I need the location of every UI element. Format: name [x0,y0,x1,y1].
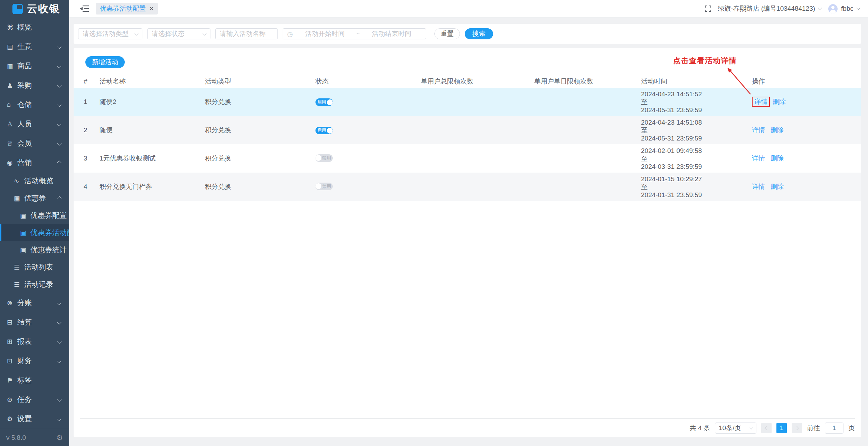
status-toggle[interactable]: 启用 [315,98,333,106]
sidebar-item-business[interactable]: ▤生意 [0,37,69,56]
sidebar-item-label: 人员 [17,119,58,129]
sidebar-item-settings[interactable]: ⚙设置 [0,409,69,428]
sidebar-item-label: 采购 [17,80,58,90]
detail-link[interactable]: 详情 [752,155,765,162]
status-toggle[interactable]: 禁用 [315,154,333,162]
status-cell: 禁用 [315,173,421,201]
column-header: 单用户总限领次数 [421,75,534,88]
status-toggle[interactable]: 启用 [315,127,333,134]
marketing-icon: ◉ [7,159,17,167]
user-menu[interactable]: fbbc [841,5,853,12]
column-header: 状态 [315,75,421,88]
row-seq: 4 [74,173,100,201]
search-button[interactable]: 搜索 [465,28,493,39]
sidebar-item-goods[interactable]: ▥商品 [0,56,69,76]
sidebar-item-reports[interactable]: ⊞报表 [0,332,69,351]
goods-icon: ▥ [7,62,17,70]
activity-time: 2024-01-15 10:29:27至2024-01-31 23:59:59 [641,173,752,201]
total-limit-cell [421,116,534,144]
actions-cell: 详情删除 [752,173,861,201]
sidebar-item-member[interactable]: ♕会员 [0,134,69,153]
settings-icon: ⚙ [7,415,17,423]
activity-type-select[interactable]: 请选择活动类型 [78,28,142,39]
app-root: 云收银 ⌘概览▤生意▥商品♟采购⌂仓储♙人员♕会员◉营销∿活动概览▣优惠券▣优惠… [0,0,868,446]
detail-link[interactable]: 详情 [752,126,765,134]
page-size-select[interactable]: 10条/页 [715,423,756,434]
goto-page-input[interactable] [825,423,843,434]
select-placeholder: 请选择状态 [152,29,185,38]
chevron-down-icon [57,320,62,324]
sidebar-item-label: 生意 [17,42,58,51]
sidebar-item-label: 分账 [17,298,58,308]
column-header: 活动名称 [100,75,205,88]
sidebar-item-activity-records[interactable]: ☰活动记录 [0,276,69,293]
sidebar-item-purchase[interactable]: ♟采购 [0,76,69,95]
split-account-icon: ⊜ [7,299,17,307]
date-range-picker[interactable]: ◷ 活动开始时间 ~ 活动结束时间 [283,28,426,39]
detail-link[interactable]: 详情 [752,183,765,190]
goto-label: 前往 [807,424,820,433]
delete-link[interactable]: 删除 [773,98,786,105]
settlement-icon: ⊟ [7,318,17,326]
next-page-button[interactable] [792,423,802,433]
actions-cell: 详情删除 [752,144,861,173]
close-icon[interactable]: × [149,5,154,12]
sidebar-item-split-account[interactable]: ⊜分账 [0,293,69,312]
avatar[interactable] [828,4,838,13]
tab-coupon-activity-config[interactable]: 优惠券活动配置 × [96,3,158,14]
activity-name-field[interactable] [220,30,273,38]
sidebar-item-coupon-config[interactable]: ▣优惠券配置 [0,207,69,224]
personnel-icon: ♙ [7,120,17,128]
coupon-icon: ▣ [14,194,24,202]
sidebar-item-tags[interactable]: ⚑标签 [0,370,69,390]
activity-list-icon: ☰ [14,263,24,271]
date-start-placeholder: 活动开始时间 [295,29,355,38]
chevron-down-icon [57,122,62,126]
delete-link[interactable]: 删除 [771,155,784,162]
logo-text: 云收银 [27,2,60,16]
sidebar-item-finance[interactable]: ⊡财务 [0,351,69,370]
collapse-sidebar-icon[interactable] [79,4,89,13]
status-cell: 启用 [315,116,421,144]
chevron-down-icon [57,83,62,88]
chevron-down-icon [750,426,753,429]
sidebar-item-activity-list[interactable]: ☰活动列表 [0,259,69,276]
sidebar-item-warehouse[interactable]: ⌂仓储 [0,95,69,114]
table-row: 4积分兑换无门栏券积分兑换禁用2024-01-15 10:29:27至2024-… [74,173,861,201]
status-cell: 禁用 [315,144,421,173]
chevron-down-icon [57,45,62,49]
sidebar-item-coupon-stats[interactable]: ▣优惠券统计 [0,241,69,259]
page-number-button[interactable]: 1 [776,423,787,433]
table-row: 31元优惠券收银测试积分兑换禁用2024-02-01 09:49:58至2024… [74,144,861,173]
status-select[interactable]: 请选择状态 [147,28,210,39]
sidebar-item-personnel[interactable]: ♙人员 [0,114,69,134]
sidebar-item-label: 结算 [17,317,58,327]
sidebar-item-activity-overview[interactable]: ∿活动概览 [0,172,69,190]
row-seq: 2 [74,116,100,144]
delete-link[interactable]: 删除 [771,126,784,134]
sidebar-item-marketing[interactable]: ◉营销 [0,153,69,172]
sidebar-item-overview[interactable]: ⌘概览 [0,18,69,37]
sidebar-item-coupon[interactable]: ▣优惠券 [0,190,69,207]
sidebar-item-settlement[interactable]: ⊟结算 [0,312,69,332]
prev-page-button[interactable] [761,423,772,433]
sidebar-item-coupon-activity-config[interactable]: ▣优惠券活动配置 [0,224,69,241]
annotation-text: 点击查看活动详情 [673,56,737,66]
status-toggle[interactable]: 禁用 [315,183,333,190]
delete-link[interactable]: 删除 [771,183,784,190]
fullscreen-icon[interactable] [704,4,712,13]
add-activity-button[interactable]: 新增活动 [85,56,125,68]
daily-limit-cell [534,88,641,116]
row-seq: 3 [74,144,100,173]
gear-icon[interactable]: ⚙ [56,434,63,442]
tags-icon: ⚑ [7,376,17,384]
reset-button[interactable]: 重置 [434,28,460,39]
sidebar-item-label: 标签 [17,375,69,385]
sidebar-item-label: 设置 [17,414,58,424]
store-selector[interactable]: 绿旗-春熙路店 (编号1034484123) [718,4,815,13]
sidebar-item-tasks[interactable]: ⊘任务 [0,390,69,409]
select-placeholder: 请选择活动类型 [83,29,129,38]
sidebar-item-label: 报表 [17,337,58,346]
tasks-icon: ⊘ [7,396,17,404]
total-limit-cell [421,173,534,201]
